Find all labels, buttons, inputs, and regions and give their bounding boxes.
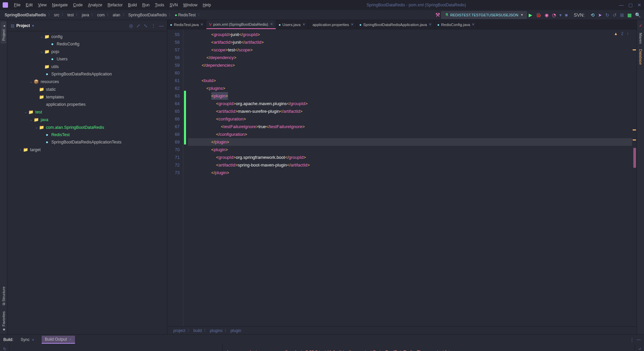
- build-output-tab[interactable]: Build Output✕: [42, 336, 75, 344]
- tree-item[interactable]: ›📁target: [7, 146, 167, 153]
- search-icon[interactable]: 🔍: [635, 12, 641, 18]
- run-config-selector[interactable]: ⚗ REDISTEST.TESTGETUSERSUSEJSON ▾: [441, 11, 527, 19]
- tree-item[interactable]: ●RedisConfig: [7, 40, 167, 48]
- minimize-icon[interactable]: ―: [619, 2, 624, 8]
- expand-icon[interactable]: ⤢: [136, 23, 140, 28]
- warning-marker[interactable]: [633, 129, 636, 130]
- tree-item[interactable]: 📁utils: [7, 63, 167, 70]
- profile-icon[interactable]: ◔: [552, 12, 556, 18]
- breadcrumb-item[interactable]: ●RedisTest: [173, 13, 197, 17]
- warning-marker[interactable]: [633, 139, 636, 140]
- build-hammer-icon[interactable]: ⚒: [435, 12, 440, 18]
- collapse-icon[interactable]: ⤡: [144, 23, 148, 28]
- editor-tab[interactable]: Vpom.xml (SpringBootDataRedis)✕: [206, 20, 276, 29]
- coverage-icon[interactable]: ◉: [545, 12, 549, 18]
- code-editor[interactable]: ▲ 2 ↑ ↓ 55565758596061626364656667686970…: [167, 29, 637, 326]
- menu-build[interactable]: Build: [125, 1, 140, 9]
- close-icon[interactable]: ✕: [302, 22, 305, 27]
- run-icon[interactable]: ▶: [529, 12, 532, 18]
- maximize-icon[interactable]: ▢: [628, 2, 633, 8]
- menu-refactor[interactable]: Refactor: [105, 1, 125, 9]
- menu-analyze[interactable]: Analyze: [85, 1, 105, 9]
- tree-item[interactable]: ⌄📁pojo: [7, 48, 167, 55]
- error-stripe[interactable]: [632, 29, 637, 326]
- code-breadcrumb[interactable]: project〉build〉plugins〉plugin: [167, 326, 637, 334]
- code-crumb[interactable]: build: [193, 328, 202, 333]
- attach-icon[interactable]: ▾: [559, 12, 562, 18]
- vcs-rollback-icon[interactable]: ↺: [613, 12, 617, 18]
- favorites-tool-tab[interactable]: ★ Favorites: [1, 309, 6, 334]
- more-icon[interactable]: ⋮: [630, 337, 634, 342]
- build-tree[interactable]: ↻pringBootDataRedis [install]: At 2021/5…: [9, 345, 223, 351]
- tree-item[interactable]: 📁templates: [7, 93, 167, 101]
- menu-tools[interactable]: Tools: [152, 1, 167, 9]
- change-marker[interactable]: [633, 148, 636, 168]
- menu-run[interactable]: Run: [140, 1, 152, 9]
- close-icon[interactable]: ✕: [351, 22, 354, 27]
- editor-tab[interactable]: ●SpringBootDataRedisApplication.java✕: [357, 20, 435, 29]
- vcs-update-icon[interactable]: ⟲: [591, 12, 595, 18]
- code-crumb[interactable]: plugin: [230, 328, 241, 333]
- menu-code[interactable]: Code: [70, 1, 85, 9]
- breadcrumb-item[interactable]: test: [66, 13, 75, 17]
- menu-svn[interactable]: SVN: [167, 1, 181, 9]
- dropdown-icon[interactable]: ▾: [32, 23, 34, 28]
- target-icon[interactable]: ◎: [129, 23, 133, 28]
- close-icon[interactable]: ✕: [69, 338, 72, 341]
- more-icon[interactable]: ⋮: [151, 23, 156, 28]
- stop-icon[interactable]: ■: [565, 12, 568, 18]
- menu-edit[interactable]: Edit: [23, 1, 35, 9]
- menu-navigate[interactable]: Navigate: [49, 1, 70, 9]
- tree-item[interactable]: ●Users: [7, 55, 167, 63]
- database-tool-tab[interactable]: Database: [638, 46, 643, 67]
- build-output-console[interactable]: he.maven.plugins:maven-surefire-plugin:2…: [223, 345, 635, 351]
- breadcrumb-item[interactable]: src: [53, 13, 61, 17]
- editor-tab[interactable]: ●RedisConfig.java✕: [435, 20, 478, 29]
- warning-icon[interactable]: ▲: [614, 31, 618, 36]
- grid-icon[interactable]: ⊞: [620, 12, 624, 18]
- vcs-history-icon[interactable]: ↻: [605, 12, 609, 18]
- menu-help[interactable]: Help: [200, 1, 214, 9]
- prev-highlight-icon[interactable]: ↑: [627, 31, 629, 36]
- close-icon[interactable]: ✕: [472, 22, 475, 27]
- editor-tab[interactable]: application.properties✕: [308, 20, 357, 29]
- vcs-commit-icon[interactable]: ➤: [598, 12, 602, 18]
- tree-item[interactable]: ⌄📁config: [7, 33, 167, 40]
- menu-view[interactable]: View: [35, 1, 49, 9]
- tree-item[interactable]: ●SpringBootDataRedisApplicationTests: [7, 138, 167, 146]
- editor-tab[interactable]: ●Users.java✕: [276, 20, 308, 29]
- tree-item[interactable]: ⌄📁java: [7, 116, 167, 123]
- tree-item[interactable]: ⌄📁com.alan.SpringBootDataRedis: [7, 123, 167, 131]
- tree-item[interactable]: application.properties: [7, 101, 167, 108]
- tree-item[interactable]: ⌄📁test: [7, 108, 167, 116]
- breadcrumb-item[interactable]: SpringBootDataRedis: [127, 13, 168, 17]
- maven-tool-tab[interactable]: Maven: [638, 30, 643, 46]
- close-icon[interactable]: ✕: [637, 2, 641, 8]
- close-icon[interactable]: ✕: [270, 22, 273, 26]
- tree-item[interactable]: ⌄📦resources: [7, 78, 167, 85]
- project-tool-tab[interactable]: Project ▸: [1, 21, 6, 43]
- close-icon[interactable]: ✕: [429, 22, 432, 27]
- code-crumb[interactable]: plugins: [210, 328, 222, 333]
- minimize-panel-icon[interactable]: ―: [637, 337, 641, 342]
- structure-tool-tab[interactable]: ⧉ Structure: [1, 284, 6, 308]
- editor-tab[interactable]: ●RedisTest.java✕: [167, 20, 206, 29]
- project-tree[interactable]: ⌄📁config●RedisConfig⌄📁pojo●Users📁utils●S…: [7, 31, 167, 334]
- breadcrumb-item[interactable]: alan: [111, 13, 122, 17]
- code-crumb[interactable]: project: [173, 328, 185, 333]
- softwrap-icon[interactable]: ⤶: [638, 347, 641, 351]
- breadcrumb-item[interactable]: com: [96, 13, 106, 17]
- menu-window[interactable]: Window: [180, 1, 200, 9]
- menu-file[interactable]: File: [11, 1, 23, 9]
- tree-item[interactable]: ●SpringBootDataRedisApplication: [7, 70, 167, 78]
- close-icon[interactable]: ✕: [32, 338, 34, 342]
- split-icon[interactable]: ▦: [627, 12, 632, 18]
- sync-tab[interactable]: Sync✕: [17, 336, 38, 343]
- checkmark-icon[interactable]: ✓: [639, 23, 642, 28]
- build-tree-row[interactable]: ↻pringBootDataRedis [install]: At 2021/5…: [9, 345, 222, 351]
- warning-marker[interactable]: [633, 49, 636, 50]
- tree-item[interactable]: 📁static: [7, 85, 167, 93]
- rerun-icon[interactable]: ↻: [3, 347, 6, 351]
- debug-icon[interactable]: 🐞: [536, 12, 541, 18]
- close-icon[interactable]: ✕: [200, 22, 203, 27]
